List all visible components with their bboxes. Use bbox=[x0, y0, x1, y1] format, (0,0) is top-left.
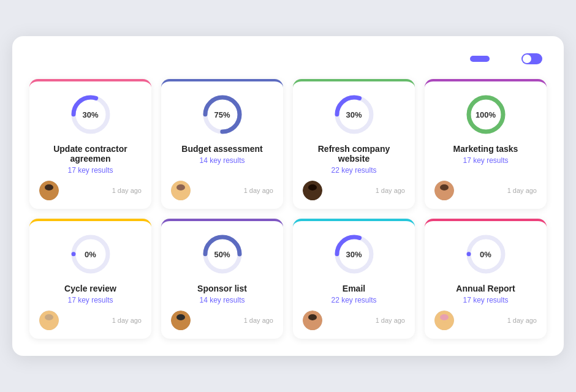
card-key-results: 17 key results bbox=[67, 166, 113, 175]
card-footer: 1 day ago bbox=[434, 181, 537, 200]
card-title: Cycle review bbox=[64, 284, 116, 293]
time-ago: 1 day ago bbox=[244, 317, 273, 324]
card-footer: 1 day ago bbox=[303, 181, 405, 200]
avatar bbox=[434, 181, 454, 200]
card-8[interactable]: 0% Annual Report 17 key results 1 day ag… bbox=[425, 219, 547, 339]
card-title: Update contractor agreemen bbox=[39, 144, 142, 164]
header-controls bbox=[470, 53, 547, 64]
card-key-results: 17 key results bbox=[463, 156, 508, 165]
card-title: Sponsor list bbox=[197, 284, 247, 293]
donut-percent: 0% bbox=[85, 250, 96, 259]
avatar bbox=[303, 181, 322, 200]
card-2[interactable]: 75% Budget assessment 14 key results 1 d… bbox=[161, 79, 283, 209]
card-title: Annual Report bbox=[456, 284, 515, 293]
svg-point-22 bbox=[440, 184, 449, 190]
donut-chart: 30% bbox=[332, 92, 376, 137]
avatar bbox=[434, 311, 454, 330]
card-footer: 1 day ago bbox=[39, 181, 142, 200]
card-title: Marketing tasks bbox=[453, 144, 518, 154]
toggle-switch-icon[interactable] bbox=[521, 53, 542, 64]
svg-point-10 bbox=[176, 184, 185, 190]
avatar bbox=[39, 181, 59, 200]
time-ago: 1 day ago bbox=[507, 317, 537, 324]
donut-percent: 0% bbox=[480, 250, 491, 259]
card-key-results: 14 key results bbox=[199, 156, 244, 165]
filter-all-button[interactable] bbox=[470, 56, 490, 62]
header bbox=[29, 53, 547, 64]
donut-chart: 30% bbox=[332, 232, 376, 276]
avatar bbox=[39, 311, 59, 330]
card-5[interactable]: 0% Cycle review 17 key results 1 day ago bbox=[29, 219, 151, 339]
time-ago: 1 day ago bbox=[376, 317, 405, 324]
time-ago: 1 day ago bbox=[244, 187, 273, 194]
card-1[interactable]: 30% Update contractor agreemen 17 key re… bbox=[29, 79, 151, 209]
card-6[interactable]: 50% Sponsor list 14 key results 1 day ag… bbox=[161, 219, 283, 339]
svg-point-40 bbox=[308, 314, 317, 320]
donut-percent: 30% bbox=[346, 110, 362, 119]
donut-percent: 30% bbox=[346, 250, 362, 259]
card-7[interactable]: 30% Email 22 key results 1 day ago bbox=[293, 219, 415, 339]
card-key-results: 22 key results bbox=[331, 166, 376, 175]
card-footer: 1 day ago bbox=[434, 311, 537, 330]
svg-point-46 bbox=[440, 314, 449, 320]
time-ago: 1 day ago bbox=[376, 187, 405, 194]
donut-percent: 75% bbox=[214, 110, 230, 119]
card-key-results: 14 key results bbox=[199, 296, 244, 304]
app-container: 30% Update contractor agreemen 17 key re… bbox=[12, 36, 564, 356]
donut-chart: 0% bbox=[69, 232, 113, 276]
avatar bbox=[303, 311, 322, 330]
card-footer: 1 day ago bbox=[171, 181, 273, 200]
card-key-results: 22 key results bbox=[331, 296, 376, 304]
time-ago: 1 day ago bbox=[112, 317, 142, 324]
donut-chart: 100% bbox=[464, 92, 508, 137]
svg-point-16 bbox=[308, 184, 317, 190]
donut-chart: 0% bbox=[464, 232, 508, 276]
donut-chart: 30% bbox=[69, 92, 113, 137]
card-title: Budget assessment bbox=[181, 144, 262, 154]
card-title: Email bbox=[343, 284, 365, 293]
donut-percent: 50% bbox=[214, 250, 230, 259]
card-key-results: 17 key results bbox=[67, 296, 113, 304]
donut-percent: 30% bbox=[82, 110, 98, 119]
time-ago: 1 day ago bbox=[507, 187, 537, 194]
svg-point-34 bbox=[176, 314, 185, 320]
svg-point-4 bbox=[45, 184, 53, 190]
card-footer: 1 day ago bbox=[303, 311, 405, 330]
card-footer: 1 day ago bbox=[39, 311, 142, 330]
cards-grid: 30% Update contractor agreemen 17 key re… bbox=[29, 79, 547, 339]
donut-percent: 100% bbox=[476, 110, 496, 119]
donut-chart: 75% bbox=[200, 92, 244, 137]
card-3[interactable]: 30% Refresh company website 22 key resul… bbox=[293, 79, 415, 209]
show-archived-toggle[interactable] bbox=[521, 53, 547, 64]
card-footer: 1 day ago bbox=[171, 311, 273, 330]
time-ago: 1 day ago bbox=[112, 187, 142, 194]
card-4[interactable]: 100% Marketing tasks 17 key results 1 da… bbox=[425, 79, 547, 209]
card-key-results: 17 key results bbox=[463, 296, 508, 304]
card-title: Refresh company website bbox=[303, 144, 405, 164]
avatar bbox=[171, 181, 191, 200]
donut-chart: 50% bbox=[200, 232, 244, 276]
svg-point-28 bbox=[45, 314, 53, 320]
filter-mine-button[interactable] bbox=[496, 56, 515, 62]
avatar bbox=[171, 311, 191, 330]
